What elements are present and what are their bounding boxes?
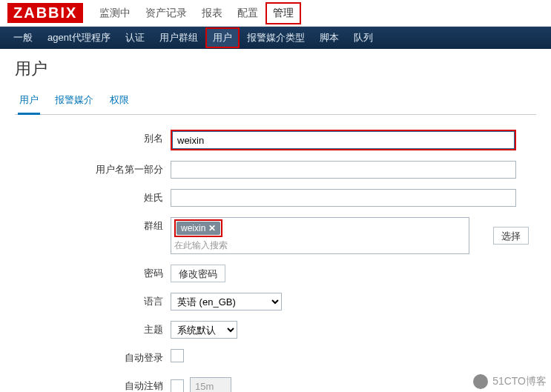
label-name-first: 用户名第一部分 <box>22 161 171 179</box>
tab-user[interactable]: 用户 <box>18 87 40 115</box>
subnav-usergroups[interactable]: 用户群组 <box>152 27 205 48</box>
groups-placeholder: 在此输入搜索 <box>174 239 466 252</box>
label-groups: 群组 <box>22 217 171 235</box>
label-theme: 主题 <box>22 321 171 339</box>
remove-tag-icon[interactable]: ✕ <box>208 223 216 233</box>
label-password: 密码 <box>22 265 171 282</box>
alias-input[interactable] <box>172 131 515 149</box>
subnav-queue[interactable]: 队列 <box>346 27 380 48</box>
subnav-scripts[interactable]: 脚本 <box>312 27 346 48</box>
subnav-general[interactable]: 一般 <box>6 27 40 48</box>
page-title: 用户 <box>15 58 536 80</box>
zabbix-logo: ZABBIX <box>7 3 83 23</box>
top-nav: 监测中 资产记录 报表 配置 管理 <box>92 2 301 24</box>
group-tag-weixin[interactable]: weixin ✕ <box>176 222 220 235</box>
label-alias: 别名 <box>22 130 171 147</box>
label-autologin: 自动登录 <box>22 349 171 367</box>
label-autologout: 自动注销 <box>22 377 171 392</box>
topnav-configuration[interactable]: 配置 <box>230 2 265 24</box>
group-tag-label: weixin <box>181 223 205 233</box>
change-password-button[interactable]: 修改密码 <box>171 265 225 282</box>
highlight-group-tag: weixin ✕ <box>174 219 222 237</box>
topnav-inventory[interactable]: 资产记录 <box>138 2 194 24</box>
autologin-checkbox[interactable] <box>171 349 184 362</box>
sub-nav: 一般 agent代理程序 认证 用户群组 用户 报警媒介类型 脚本 队列 <box>0 27 551 49</box>
label-language: 语言 <box>22 293 171 310</box>
surname-input[interactable] <box>171 189 516 207</box>
topnav-monitoring[interactable]: 监测中 <box>92 2 138 24</box>
language-select[interactable]: 英语 (en_GB) <box>171 293 282 310</box>
watermark-icon <box>473 374 488 389</box>
form-tabs: 用户 报警媒介 权限 <box>15 87 536 115</box>
select-groups-button[interactable]: 选择 <box>493 227 529 245</box>
name-first-input[interactable] <box>171 161 516 179</box>
subnav-auth[interactable]: 认证 <box>118 27 152 48</box>
watermark: 51CTO博客 <box>473 374 547 389</box>
topnav-reports[interactable]: 报表 <box>194 2 230 24</box>
topnav-administration[interactable]: 管理 <box>265 2 301 24</box>
subnav-proxies[interactable]: agent代理程序 <box>40 27 118 48</box>
label-surname: 姓氏 <box>22 189 171 207</box>
top-bar: ZABBIX 监测中 资产记录 报表 配置 管理 <box>0 0 551 27</box>
subnav-mediatypes[interactable]: 报警媒介类型 <box>240 27 312 48</box>
subnav-users[interactable]: 用户 <box>205 27 240 48</box>
autologout-input <box>190 377 231 392</box>
highlight-alias <box>171 130 516 150</box>
user-form: 别名 用户名第一部分 姓氏 群组 weixin <box>15 115 536 392</box>
groups-tagbox[interactable]: weixin ✕ 在此输入搜索 <box>171 217 469 254</box>
watermark-text: 51CTO博客 <box>492 375 547 388</box>
tab-media[interactable]: 报警媒介 <box>53 87 95 114</box>
theme-select[interactable]: 系统默认 <box>171 321 237 339</box>
tab-permissions[interactable]: 权限 <box>108 87 131 114</box>
autologout-checkbox[interactable] <box>171 379 184 392</box>
